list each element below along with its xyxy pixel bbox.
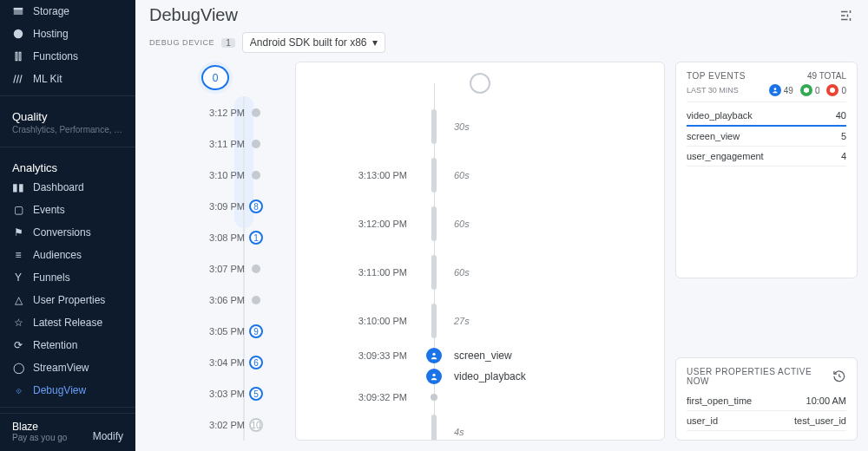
event-dot-icon <box>431 394 437 401</box>
plan-name: Blaze <box>12 421 67 433</box>
minute-row[interactable]: 3:02 PM10 <box>146 409 285 441</box>
user-prop-row[interactable]: first_open_time10:00 AM <box>687 391 846 411</box>
section-quality[interactable]: Quality <box>0 101 135 125</box>
minute-current-circle[interactable]: 0 <box>201 65 229 90</box>
sidebar-item-label: Latest Release <box>33 317 102 329</box>
seconds-gap-row: 30s <box>308 102 652 151</box>
sidebar-item-streamview[interactable]: ◯StreamView <box>0 356 135 379</box>
right-column: TOP EVENTS 49 TOTAL LAST 30 MINS 4900 vi… <box>675 62 858 441</box>
modify-button[interactable]: Modify <box>93 430 123 442</box>
storage-icon <box>12 5 24 17</box>
minute-row[interactable]: 3:11 PM <box>146 128 285 160</box>
plan-sub: Pay as you go <box>12 433 67 442</box>
functions-icon <box>12 50 24 62</box>
minute-timeline: 0 3:12 PM3:11 PM3:10 PM3:09 PM83:08 PM13… <box>146 62 285 441</box>
user-prop-value: test_user_id <box>794 415 846 426</box>
seconds-head-circle <box>470 73 490 94</box>
minute-row[interactable]: 3:05 PM9 <box>146 316 285 347</box>
user-properties-card: USER PROPERTIES ACTIVE NOW first_open_ti… <box>675 357 858 441</box>
minute-marker <box>252 140 260 148</box>
seconds-event-row[interactable]: 3:09:33 PMscreen_view <box>308 345 652 366</box>
minute-marker: 9 <box>249 324 263 338</box>
minute-row[interactable]: 3:12 PM <box>146 97 285 128</box>
seconds-event-row[interactable]: 3:09:32 PM <box>308 387 652 408</box>
minute-marker <box>252 108 260 117</box>
minute-time: 3:06 PM <box>209 295 245 305</box>
top-events-total: 49 TOTAL <box>807 71 846 81</box>
sidebar-item-user-properties[interactable]: △User Properties <box>0 289 135 311</box>
sidebar-item-dashboard[interactable]: ▮▮Dashboard <box>0 176 135 199</box>
sidebar-item-funnels[interactable]: YFunnels <box>0 266 135 289</box>
minute-row[interactable]: 3:09 PM8 <box>146 191 285 222</box>
minute-time: 3:10 PM <box>209 170 245 180</box>
sidebar-item-retention[interactable]: ⟳Retention <box>0 334 135 356</box>
sidebar-item-label: Hosting <box>33 28 69 40</box>
svg-point-2 <box>432 374 435 376</box>
top-event-name: user_engagement <box>687 151 764 161</box>
analytics-7-icon: ⟳ <box>12 339 24 351</box>
top-event-count: 40 <box>836 110 846 121</box>
minute-row[interactable]: 3:03 PM5 <box>146 378 285 409</box>
tune-icon[interactable] <box>838 8 854 23</box>
seconds-gap-row: 3:13:00 PM60s <box>308 151 652 199</box>
minute-row[interactable]: 3:06 PM <box>146 284 285 316</box>
user-prop-key: first_open_time <box>687 395 752 406</box>
event-type-chip[interactable]: 49 <box>769 84 793 96</box>
sidebar-item-audiences[interactable]: ≡Audiences <box>0 244 135 266</box>
top-events-title: TOP EVENTS <box>687 71 746 81</box>
main: DebugView DEBUG DEVICE 1 Android SDK bui… <box>135 0 868 451</box>
svg-point-5 <box>830 88 835 93</box>
seconds-event-row[interactable]: video_playback <box>308 366 652 387</box>
sidebar-item-label: ML Kit <box>33 73 62 85</box>
seconds-gap-row: 3:12:00 PM60s <box>308 199 652 248</box>
content: 0 3:12 PM3:11 PM3:10 PM3:09 PM83:08 PM13… <box>135 62 868 451</box>
seconds-gap-row: 3:10:00 PM27s <box>308 297 652 345</box>
section-analytics[interactable]: Analytics <box>0 153 135 176</box>
device-count: 1 <box>221 38 235 48</box>
seconds-gap-note: 60s <box>447 267 470 278</box>
minute-time: 3:08 PM <box>209 232 245 243</box>
event-time: 3:09:32 PM <box>308 392 421 402</box>
minute-row[interactable]: 3:04 PM6 <box>146 347 285 378</box>
sidebar-item-functions[interactable]: Functions <box>0 45 135 68</box>
sidebar-item-label: Audiences <box>33 249 82 261</box>
minute-time: 3:04 PM <box>209 357 245 368</box>
seconds-gap-note: 27s <box>447 316 470 326</box>
top-event-row[interactable]: user_engagement4 <box>687 147 846 167</box>
top-event-row[interactable]: video_playback40 <box>687 106 846 127</box>
seconds-time: 3:13:00 PM <box>308 170 421 180</box>
event-type-chip[interactable]: 0 <box>826 84 846 96</box>
analytics-6-icon: ☆ <box>12 317 24 329</box>
event-type-chip[interactable]: 0 <box>800 84 820 96</box>
page-header: DebugView <box>135 0 868 25</box>
chip-count: 0 <box>815 86 820 95</box>
sidebar-item-storage[interactable]: Storage <box>0 0 135 23</box>
event-dot-icon <box>426 369 442 384</box>
analytics-8-icon: ◯ <box>12 362 24 374</box>
minute-time: 3:03 PM <box>209 389 245 399</box>
sidebar-item-hosting[interactable]: Hosting <box>0 23 135 45</box>
sidebar-item-conversions[interactable]: ⚑Conversions <box>0 221 135 244</box>
sidebar: StorageHostingFunctionsML Kit Quality Cr… <box>0 0 135 451</box>
top-event-count: 5 <box>841 131 846 141</box>
history-icon[interactable] <box>832 369 846 383</box>
device-select[interactable]: Android SDK built for x86 ▾ <box>242 32 385 53</box>
sidebar-item-mlkit[interactable]: ML Kit <box>0 68 135 90</box>
sidebar-item-events[interactable]: ▢Events <box>0 199 135 221</box>
sidebar-item-latest-release[interactable]: ☆Latest Release <box>0 311 135 334</box>
sidebar-item-debugview[interactable]: ⟐DebugView <box>0 379 135 402</box>
minute-row[interactable]: 3:10 PM <box>146 160 285 191</box>
chip-count: 0 <box>841 86 846 95</box>
minute-marker: 6 <box>249 356 263 369</box>
chip-icon <box>826 84 838 96</box>
top-events-sub: LAST 30 MINS <box>687 86 739 95</box>
top-event-name: video_playback <box>687 110 753 121</box>
device-row: DEBUG DEVICE 1 Android SDK built for x86… <box>135 25 868 62</box>
minute-row[interactable]: 3:08 PM1 <box>146 222 285 253</box>
minute-row[interactable]: 3:07 PM <box>146 253 285 284</box>
top-event-row[interactable]: screen_view5 <box>687 127 846 147</box>
minute-marker <box>252 296 260 304</box>
user-prop-row[interactable]: user_idtest_user_id <box>687 411 846 431</box>
seconds-gap-row: 3:11:00 PM60s <box>308 248 652 297</box>
sidebar-item-label: DebugView <box>33 384 86 396</box>
